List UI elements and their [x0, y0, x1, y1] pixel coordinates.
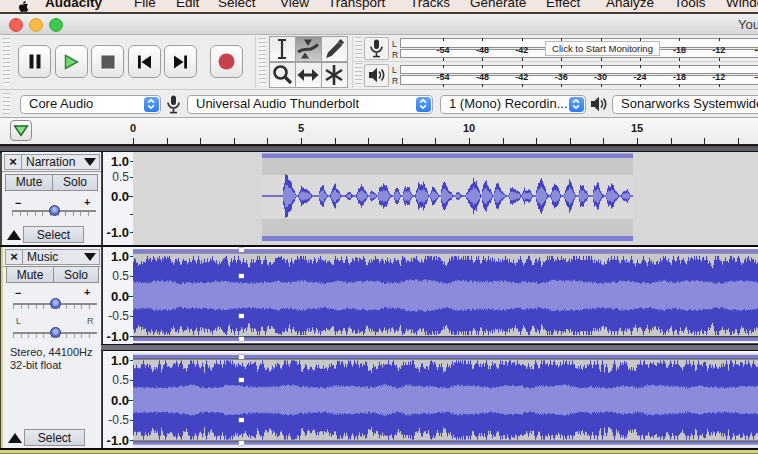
playback-meter-grip[interactable]	[355, 63, 362, 86]
apple-icon[interactable]	[18, 0, 29, 12]
recording-meter-scale-tick	[640, 58, 641, 61]
envelope-control-point[interactable]	[239, 378, 244, 382]
menu-item-file[interactable]: File	[134, 0, 156, 11]
envelope-control-point[interactable]	[239, 418, 244, 422]
multi-tool-button[interactable]	[321, 62, 348, 88]
scale-value--1.0: -1.0	[107, 224, 129, 239]
playback-meter-scale-tick	[561, 65, 562, 68]
zoom-tool-button[interactable]	[269, 62, 296, 88]
menu-item-tracks[interactable]: Tracks	[410, 0, 450, 11]
record-button[interactable]	[210, 45, 243, 78]
playback-meter-scale-tick	[443, 65, 444, 68]
scale-value-0.0: 0.0	[111, 188, 129, 203]
mute-button[interactable]: Mute	[5, 174, 53, 191]
skip-to-start-button[interactable]	[128, 45, 161, 78]
collapse-track-button[interactable]	[7, 230, 21, 240]
transport-toolbar-grip[interactable]	[3, 38, 10, 86]
playback-meter-button[interactable]	[364, 64, 389, 87]
playback-device-dropdown[interactable]: Sonarworks Systemwide	[612, 95, 758, 114]
recording-channels-dropdown[interactable]: 1 (Mono) Recordin...	[440, 95, 586, 114]
traffic-light-close-button[interactable]	[9, 18, 23, 32]
select-track-button[interactable]: Select	[24, 429, 85, 446]
menu-item-transport[interactable]: Transport	[328, 0, 385, 11]
skip-to-end-button[interactable]	[164, 45, 197, 78]
menu-item-window[interactable]: Window	[726, 0, 758, 11]
envelope-control-point[interactable]	[239, 441, 244, 445]
audio-host-dropdown[interactable]: Core Audio	[20, 95, 161, 114]
monitoring-hint[interactable]: Click to Start Monitoring	[545, 41, 660, 56]
menu-item-tools[interactable]: Tools	[674, 0, 706, 11]
envelope-control-point[interactable]	[239, 337, 244, 341]
timeline-label-5: 5	[298, 122, 304, 134]
time-shift-tool-button[interactable]	[295, 62, 322, 88]
tools-toolbar-grip[interactable]	[259, 38, 266, 86]
pause-icon	[27, 54, 43, 69]
recording-meter-scale-label: -12	[712, 45, 725, 55]
menu-item-select[interactable]: Select	[218, 0, 256, 11]
menu-item-analyze[interactable]: Analyze	[606, 0, 654, 11]
traffic-light-minimize-button[interactable]	[29, 18, 43, 32]
menu-item-audacity[interactable]: Audacity	[45, 0, 102, 11]
pinned-play-head-icon	[13, 125, 29, 137]
close-track-button[interactable]: ×	[4, 154, 22, 170]
track-header-narration[interactable]: ×NarrationMuteSolo−+Select	[2, 152, 101, 245]
gain-slider-thumb[interactable]	[50, 298, 61, 309]
chevron-updown-icon	[416, 97, 431, 112]
selection-tool-button[interactable]	[269, 36, 296, 62]
menu-item-edit[interactable]: Edit	[176, 0, 199, 11]
traffic-light-zoom-button[interactable]	[49, 18, 63, 32]
menu-item-view[interactable]: View	[280, 0, 309, 11]
solo-button[interactable]: Solo	[52, 174, 98, 191]
pan-left-label: L	[16, 316, 21, 326]
recording-meter-scale-label: -18	[673, 45, 686, 55]
track-header-music[interactable]: ×MusicMuteSolo−+LRStereo, 44100Hz32-bit …	[3, 247, 101, 448]
pause-button[interactable]	[18, 45, 51, 78]
envelope-tool-button[interactable]	[295, 36, 322, 62]
recording-meter-scale-label: -54	[436, 45, 449, 55]
playback-meter-scale-label: -36	[555, 72, 568, 82]
timeline-options-button[interactable]	[10, 120, 32, 141]
envelope-control-point[interactable]	[239, 355, 244, 359]
menu-item-effect[interactable]: Effect	[546, 0, 580, 11]
menu-item-generate[interactable]: Generate	[470, 0, 526, 11]
device-toolbar-grip[interactable]	[3, 93, 10, 114]
select-track-button[interactable]: Select	[23, 226, 84, 243]
recording-meter-grip[interactable]	[355, 37, 362, 60]
track-name-menu[interactable]: Narration	[22, 154, 100, 170]
playback-meter-left-bar[interactable]	[400, 65, 758, 75]
envelope-control-point[interactable]	[239, 274, 244, 278]
recording-meter-scale-tick	[482, 38, 483, 41]
playback-device-speaker-icon	[590, 96, 608, 112]
stop-button[interactable]	[91, 45, 124, 78]
narration-waveform[interactable]	[133, 152, 758, 245]
close-track-button[interactable]: ×	[5, 249, 23, 265]
chevron-updown-icon	[144, 97, 159, 112]
scale-value-1.0: 1.0	[111, 153, 129, 168]
pan-slider-thumb[interactable]	[50, 327, 61, 338]
track-name: Music	[27, 251, 58, 264]
macos-menu-bar: AudacityFileEditSelectViewTransportTrack…	[0, 0, 758, 12]
skip-to-end-icon	[173, 55, 188, 69]
solo-button[interactable]: Solo	[53, 266, 99, 283]
envelope-control-point[interactable]	[239, 314, 244, 318]
draw-tool-button[interactable]	[321, 36, 348, 62]
playback-meter-scale-tick	[640, 65, 641, 68]
collapse-track-button[interactable]	[8, 433, 22, 443]
envelope-control-point[interactable]	[239, 248, 244, 252]
play-button[interactable]	[55, 45, 88, 78]
track-name-menu[interactable]: Music	[23, 249, 100, 265]
chevron-down-icon	[84, 253, 96, 261]
mute-button[interactable]: Mute	[6, 266, 54, 283]
recording-device-dropdown[interactable]: Universal Audio Thunderbolt	[187, 95, 433, 114]
recording-meter-scale-tick	[522, 58, 523, 61]
speaker-icon	[368, 67, 386, 83]
window-title-bar[interactable]: You	[0, 14, 758, 35]
scale-value--0.5: -0.5	[108, 309, 129, 323]
playback-meter-scale-label: -6	[754, 72, 758, 82]
playback-meter-right-bar[interactable]	[400, 75, 758, 85]
recording-meter-button[interactable]	[364, 37, 389, 60]
timeline-ruler[interactable]: 051015	[0, 118, 758, 144]
vertical-scale-narration[interactable]: 1.00.50.0-1.0	[102, 152, 133, 245]
timeline-label-10: 10	[463, 122, 475, 134]
gain-slider-thumb[interactable]	[49, 205, 60, 216]
